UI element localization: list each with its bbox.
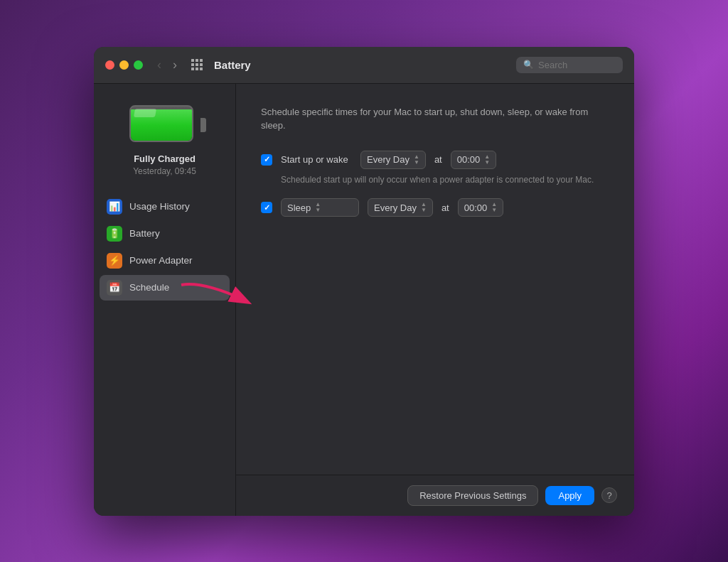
sidebar-nav: 📊 Usage History 🔋 Battery ⚡ Power Adapte… [94, 194, 235, 301]
window-title: Battery [214, 59, 510, 71]
content-panel: Schedule specific times for your Mac to … [236, 84, 634, 516]
back-button[interactable]: ‹ [154, 56, 164, 74]
sleep-time-input[interactable]: 00:00 ▲ ▼ [458, 198, 503, 217]
sidebar-item-battery[interactable]: 🔋 Battery [100, 221, 230, 247]
content-body: Schedule specific times for your Mac to … [236, 84, 634, 475]
schedule-description: Schedule specific times for your Mac to … [261, 105, 609, 133]
sidebar-label-power-adapter: Power Adapter [129, 255, 193, 266]
search-icon: 🔍 [523, 60, 534, 70]
power-adapter-icon: ⚡ [107, 253, 122, 269]
sleep-time-arrows: ▲ ▼ [491, 202, 497, 213]
startup-frequency-dropdown[interactable]: Every Day ▲ ▼ [360, 151, 426, 169]
sleep-dropdown-arrows: ▲ ▼ [315, 202, 321, 213]
sidebar-item-schedule[interactable]: 📅 Schedule [100, 275, 230, 301]
sleep-row: ✓ Sleep ▲ ▼ Every Day ▲ ▼ [261, 198, 609, 217]
battery-display: Fully Charged Yesterday, 09:45 [94, 98, 235, 194]
startup-time-value: 00:00 [457, 154, 481, 165]
maximize-button[interactable] [134, 60, 143, 70]
traffic-lights [105, 60, 143, 70]
main-window: ‹ › Battery 🔍 Fully Charg [94, 47, 634, 516]
battery-status: Fully Charged [134, 153, 196, 164]
restore-button[interactable]: Restore Previous Settings [407, 485, 538, 506]
sleep-action-value: Sleep [287, 202, 311, 213]
schedule-icon: 📅 [107, 280, 122, 296]
sleep-frequency-dropdown[interactable]: Every Day ▲ ▼ [368, 198, 433, 217]
titlebar: ‹ › Battery 🔍 [94, 47, 634, 84]
startup-note: Scheduled start up will only occur when … [281, 174, 609, 186]
search-bar[interactable]: 🔍 [516, 57, 623, 73]
battery-time: Yesterday, 09:45 [133, 166, 196, 176]
battery-icon [129, 105, 200, 145]
close-button[interactable] [105, 60, 114, 70]
sleep-checkbox[interactable]: ✓ [261, 202, 272, 213]
grid-icon[interactable] [191, 59, 203, 70]
time-arrows: ▲ ▼ [484, 154, 490, 166]
sidebar-label-usage-history: Usage History [129, 201, 190, 212]
startup-at-label: at [434, 154, 442, 165]
battery-icon-small: 🔋 [107, 226, 122, 242]
help-button[interactable]: ? [601, 487, 617, 503]
sleep-frequency-value: Every Day [374, 202, 417, 213]
startup-row: ✓ Start up or wake Every Day ▲ ▼ at 00:0… [261, 151, 609, 169]
startup-time-input[interactable]: 00:00 ▲ ▼ [451, 151, 496, 169]
apply-button[interactable]: Apply [545, 486, 594, 505]
sleep-action-dropdown[interactable]: Sleep ▲ ▼ [281, 198, 359, 217]
sidebar: Fully Charged Yesterday, 09:45 📊 Usage H… [94, 84, 236, 516]
sidebar-label-schedule: Schedule [129, 282, 169, 293]
usage-history-icon: 📊 [107, 199, 122, 215]
sleep-at-label: at [441, 202, 449, 213]
dropdown-arrows: ▲ ▼ [414, 154, 419, 166]
sidebar-item-power-adapter[interactable]: ⚡ Power Adapter [100, 248, 230, 274]
startup-label: Start up or wake [281, 154, 352, 165]
startup-checkbox[interactable]: ✓ [261, 154, 272, 166]
search-input[interactable] [538, 60, 609, 70]
startup-frequency-value: Every Day [367, 154, 410, 165]
sleep-freq-arrows: ▲ ▼ [421, 202, 427, 213]
main-content: Fully Charged Yesterday, 09:45 📊 Usage H… [94, 84, 634, 516]
minimize-button[interactable] [119, 60, 129, 70]
sidebar-item-usage-history[interactable]: 📊 Usage History [100, 194, 230, 220]
sidebar-label-battery: Battery [129, 228, 160, 239]
sleep-time-value: 00:00 [464, 202, 488, 213]
forward-button[interactable]: › [170, 56, 180, 74]
footer: Restore Previous Settings Apply ? [236, 475, 634, 516]
